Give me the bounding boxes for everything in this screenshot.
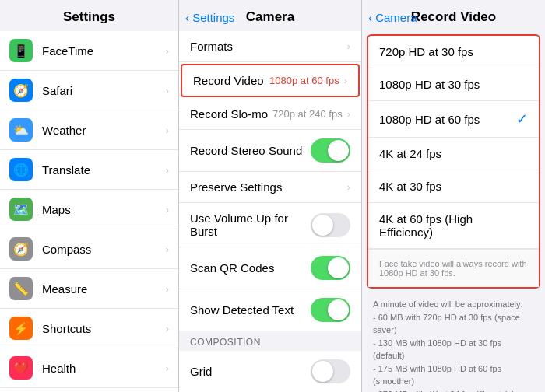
1080p-30-label: 1080p HD at 30 fps — [379, 78, 528, 91]
camera-slo-mo-item[interactable]: Record Slo-mo 720p at 240 fps › — [179, 99, 361, 130]
safari-chevron: › — [166, 85, 169, 96]
sidebar-item-shortcuts[interactable]: ⚡ Shortcuts › — [0, 309, 178, 348]
record-video-value: 1080p at 60 fps — [269, 75, 339, 86]
translate-label: Translate — [42, 163, 166, 177]
video-option-1080p-30[interactable]: 1080p HD at 30 fps — [368, 68, 539, 101]
settings-title: Settings — [0, 0, 178, 31]
camera-qr-item[interactable]: Scan QR Codes — [179, 247, 361, 289]
translate-icon: 🌐 — [9, 158, 33, 181]
video-option-4k-60[interactable]: 4K at 60 fps (High Efficiency) — [368, 203, 539, 249]
sidebar-item-weather[interactable]: ⛅ Weather › — [0, 110, 178, 150]
video-option-4k-24[interactable]: 4K at 24 fps — [368, 138, 539, 170]
camera-volume-burst-item[interactable]: Use Volume Up for Burst — [179, 203, 361, 247]
facetime-label: FaceTime — [42, 44, 166, 58]
sidebar-item-measure[interactable]: 📏 Measure › — [0, 269, 178, 309]
facetime-chevron: › — [166, 45, 169, 57]
grid-toggle[interactable] — [311, 359, 350, 383]
settings-list: 📱 FaceTime › 🧭 Safari › ⛅ Weather › 🌐 Tr… — [0, 31, 178, 392]
camera-back-label: Settings — [192, 11, 234, 24]
camera-panel: ‹ Settings Camera Formats › Record Video… — [179, 0, 362, 392]
camera-title: Camera — [246, 9, 294, 25]
camera-preserve-item[interactable]: Preserve Settings › — [179, 172, 361, 203]
1080p-60-label: 1080p HD at 60 fps — [379, 113, 516, 126]
stereo-toggle[interactable] — [311, 138, 350, 163]
qr-label: Scan QR Codes — [190, 261, 311, 275]
slo-mo-chevron: › — [347, 108, 350, 120]
translate-chevron: › — [166, 164, 169, 176]
compass-label: Compass — [42, 243, 166, 256]
4k-30-label: 4K at 30 fps — [379, 180, 528, 193]
slo-mo-value: 720p at 240 fps — [272, 108, 343, 120]
safari-label: Safari — [42, 84, 166, 97]
maps-chevron: › — [166, 204, 169, 215]
checkmark-icon: ✓ — [516, 110, 528, 128]
maps-icon: 🗺️ — [9, 198, 33, 221]
record-video-title: Record Video — [411, 9, 496, 25]
chevron-left-icon: ‹ — [368, 11, 372, 24]
measure-chevron: › — [166, 283, 169, 295]
safari-icon: 🧭 — [9, 79, 33, 102]
compass-chevron: › — [166, 243, 169, 255]
record-video-header: ‹ Camera Record Video — [362, 0, 545, 31]
weather-icon: ⛅ — [9, 118, 33, 142]
camera-panel-header: ‹ Settings Camera — [179, 0, 361, 31]
camera-record-video-item[interactable]: Record Video 1080p at 60 fps › — [181, 64, 360, 97]
preserve-label: Preserve Settings — [190, 180, 347, 194]
health-icon: ❤️ — [9, 356, 33, 380]
preserve-chevron: › — [347, 181, 350, 193]
shortcuts-label: Shortcuts — [42, 322, 166, 335]
health-chevron: › — [166, 362, 169, 374]
detected-text-toggle[interactable] — [311, 298, 350, 322]
video-option-4k-30[interactable]: 4K at 30 fps — [368, 170, 539, 203]
facetime-icon: 📱 — [9, 39, 33, 62]
video-options-container: 720p HD at 30 fps 1080p HD at 30 fps 108… — [367, 34, 540, 289]
composition-section: Grid Mirror Front Camera View Outside th… — [179, 351, 361, 392]
shortcuts-icon: ⚡ — [9, 317, 33, 340]
detected-text-label: Show Detected Text — [190, 303, 311, 317]
stereo-label: Record Stereo Sound — [190, 144, 311, 157]
volume-burst-toggle[interactable] — [311, 213, 350, 237]
settings-panel: Settings 📱 FaceTime › 🧭 Safari › ⛅ Weath… — [0, 0, 179, 392]
formats-label: Formats — [190, 40, 347, 53]
4k-60-label: 4K at 60 fps (High Efficiency) — [379, 212, 528, 239]
sidebar-item-maps[interactable]: 🗺️ Maps › — [0, 190, 178, 229]
sidebar-item-safari[interactable]: 🧭 Safari › — [0, 71, 178, 110]
volume-burst-label: Use Volume Up for Burst — [190, 212, 311, 238]
video-option-note: Face take video will always record with … — [368, 249, 539, 287]
front-camera-note: Face take video will always record with … — [379, 259, 528, 278]
record-video-panel: ‹ Camera Record Video 720p HD at 30 fps … — [362, 0, 545, 392]
measure-label: Measure — [42, 282, 166, 296]
formats-chevron: › — [347, 40, 350, 52]
health-label: Health — [42, 362, 166, 375]
sidebar-item-music[interactable]: 🎵 Music › — [0, 388, 178, 392]
qr-toggle[interactable] — [311, 256, 350, 280]
record-video-back-button[interactable]: ‹ Camera — [368, 11, 417, 24]
chevron-left-icon: ‹ — [185, 11, 189, 24]
camera-top-section: Formats › Record Video 1080p at 60 fps ›… — [179, 31, 361, 331]
camera-settings-list: Formats › Record Video 1080p at 60 fps ›… — [179, 31, 361, 392]
settings-title-text: Settings — [63, 9, 115, 24]
weather-label: Weather — [42, 124, 166, 137]
slo-mo-label: Record Slo-mo — [190, 107, 272, 121]
sidebar-item-compass[interactable]: 🧭 Compass › — [0, 229, 178, 269]
sidebar-item-health[interactable]: ❤️ Health › — [0, 348, 178, 388]
weather-chevron: › — [166, 124, 169, 136]
sidebar-item-translate[interactable]: 🌐 Translate › — [0, 150, 178, 190]
video-option-1080p-60[interactable]: 1080p HD at 60 fps ✓ — [368, 101, 539, 138]
camera-back-button[interactable]: ‹ Settings — [185, 11, 234, 24]
compass-icon: 🧭 — [9, 237, 33, 261]
camera-formats-item[interactable]: Formats › — [179, 31, 361, 62]
maps-label: Maps — [42, 203, 166, 216]
video-info-text: A minute of video will be approximately:… — [362, 292, 545, 392]
camera-grid-item[interactable]: Grid — [179, 351, 361, 392]
camera-stereo-item[interactable]: Record Stereo Sound — [179, 130, 361, 172]
grid-label: Grid — [190, 365, 311, 378]
measure-icon: 📏 — [9, 277, 33, 300]
camera-detected-text-item[interactable]: Show Detected Text — [179, 289, 361, 331]
720p-30-label: 720p HD at 30 fps — [379, 45, 528, 58]
shortcuts-chevron: › — [166, 323, 169, 334]
sidebar-item-facetime[interactable]: 📱 FaceTime › — [0, 31, 178, 71]
record-video-chevron: › — [344, 75, 347, 86]
composition-header: COMPOSITION — [179, 331, 361, 351]
video-option-720p-30[interactable]: 720p HD at 30 fps — [368, 36, 539, 68]
